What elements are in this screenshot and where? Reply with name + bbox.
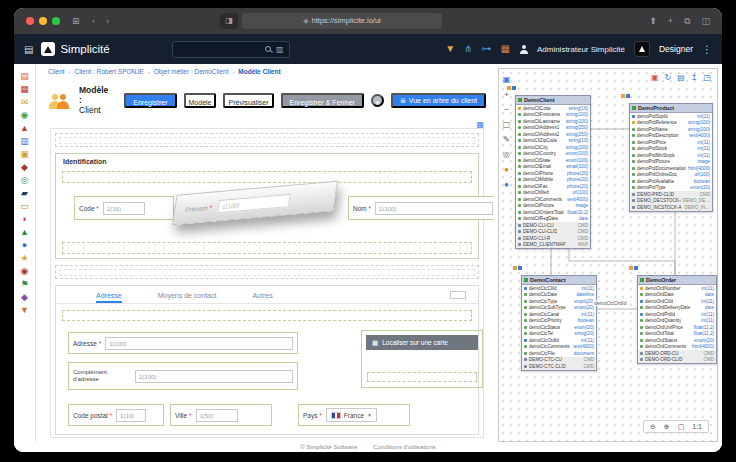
entity-field-row[interactable]: demoCliCommentstext(4000) xyxy=(516,196,590,203)
rail-module-icon[interactable]: ◆ xyxy=(21,293,28,302)
entity-field-row[interactable]: demoPrdReferencestring(100) xyxy=(630,120,712,127)
entity-field-row[interactable]: demoOrdUnitPricefloat(11,2) xyxy=(638,324,716,331)
search-input[interactable] xyxy=(178,45,260,54)
entity-demo-product[interactable]: DemoProduct demoPrdSupIdint(11) demoPrdR… xyxy=(629,103,713,212)
zoom-in-icon[interactable]: ⊕ xyxy=(664,423,670,431)
diagram-tool-icon[interactable]: ▢ xyxy=(503,120,511,129)
rail-module-icon[interactable]: ▣ xyxy=(20,150,29,159)
sitemap-icon[interactable]: ⋔ xyxy=(464,44,472,54)
tree-view-button[interactable]: ≣Vue en arbre du client xyxy=(391,93,486,108)
tab-autres[interactable]: Autres xyxy=(252,292,272,303)
locate-on-map-button[interactable]: ▦ Localiser sur une carte xyxy=(366,335,478,350)
save-close-button[interactable]: Enregistrer & Fermer xyxy=(281,93,364,108)
diagram-tool-icon[interactable]: − xyxy=(504,105,509,114)
apps-grid-icon[interactable]: ▦ xyxy=(500,44,509,54)
diagram-tool-icon[interactable]: ▣ xyxy=(503,75,511,84)
new-tab-icon[interactable]: + xyxy=(668,16,673,26)
entity-field-row[interactable]: demoCliAddress1string(250) xyxy=(516,125,590,132)
brand-logo[interactable]: Simplicité xyxy=(41,42,109,56)
diagram-toolbar-icon[interactable]: ↻ xyxy=(664,73,671,82)
diagram-toolbar-icon[interactable]: ↥ xyxy=(691,73,698,82)
share-graph-icon[interactable]: ⊶ xyxy=(481,44,491,54)
more-options-button[interactable]: ▾ xyxy=(371,94,384,107)
entity-field-row[interactable]: demoOrdQuantityint(11) xyxy=(638,318,716,325)
sidebar-toggle-icon[interactable]: ▤ xyxy=(24,44,33,55)
rail-module-icon[interactable]: ✉ xyxy=(21,98,29,107)
field-code[interactable]: Code * 1(16) xyxy=(74,196,174,220)
zoom-level[interactable]: 1:1 xyxy=(692,423,702,430)
entity-action-row[interactable]: DEMO_INCSTOCK-ADEMO_IN… xyxy=(630,204,712,211)
entity-action-row[interactable]: DEMO_CLIENTMAPMAP xyxy=(516,242,590,249)
empty-field-row[interactable] xyxy=(62,242,472,254)
entity-field-row[interactable]: demoPrdAvailableboolean xyxy=(630,178,712,185)
entity-action-row[interactable]: DEMO-CTC-CLIDCMD xyxy=(522,363,596,370)
rail-module-icon[interactable]: ▲ xyxy=(20,124,29,133)
link-handle-blue[interactable] xyxy=(634,266,638,270)
field-adresse[interactable]: Adresse * 1(100) xyxy=(68,332,298,354)
filter-icon[interactable]: ▼ xyxy=(445,44,455,54)
section-identification[interactable]: Identification Code * 1(16) Prénom * 1(1… xyxy=(55,153,479,259)
rail-module-icon[interactable]: ▲ xyxy=(20,228,29,237)
entity-field-row[interactable]: demoCliPhonephone(20) xyxy=(516,170,590,177)
rail-module-icon[interactable]: ◆ xyxy=(21,163,28,172)
entity-action-row[interactable]: DEMO-CTC-CUCMD xyxy=(522,357,596,364)
tab-overview-icon[interactable]: ⊞ xyxy=(72,8,80,34)
rail-module-icon[interactable]: ▦ xyxy=(20,85,29,94)
link-handle-orange[interactable] xyxy=(629,266,633,270)
entity-field-row[interactable]: demoCliZipCodestring(10) xyxy=(516,138,590,145)
share-icon[interactable]: ⬆ xyxy=(649,16,657,26)
minimize-window-button[interactable] xyxy=(39,17,47,25)
rail-module-icon[interactable]: ◉ xyxy=(21,267,29,276)
entity-field-row[interactable]: demoCliMobilephone(20) xyxy=(516,177,590,184)
entity-field-row[interactable]: demoOrdDeliveryDatedate xyxy=(638,305,716,312)
copy-icon[interactable]: ◫ xyxy=(701,16,710,26)
rail-module-icon[interactable]: ◉ xyxy=(21,111,29,120)
entity-field-row[interactable]: demoCtcCanalint(11) xyxy=(522,311,596,318)
zoom-fit-icon[interactable]: ▢ xyxy=(678,423,685,431)
entity-field-row[interactable]: demoCtcCommentstext(4000) xyxy=(522,344,596,351)
tab-add-zone[interactable] xyxy=(450,291,466,299)
zoom-out-icon[interactable]: ⊖ xyxy=(650,423,656,431)
link-handle-blue[interactable] xyxy=(626,94,630,98)
entity-field-row[interactable]: demoCliLastnamestring(100) xyxy=(516,118,590,125)
diagram-toolbar-icon[interactable]: ▣ xyxy=(651,73,659,82)
entity-field-row[interactable]: demoCliPictureimage xyxy=(516,203,590,210)
breadcrumb-item[interactable]: Client : Robert SPONJE xyxy=(74,68,143,75)
rail-module-icon[interactable]: ⚑ xyxy=(20,280,28,289)
maximize-window-button[interactable] xyxy=(52,17,60,25)
link-handle-orange[interactable] xyxy=(621,94,625,98)
preview-button[interactable]: Prévisualiser xyxy=(223,93,273,108)
rail-module-icon[interactable]: ▥ xyxy=(20,137,29,146)
entity-header[interactable]: DemoClient xyxy=(516,96,590,105)
tabs-overview-icon[interactable]: ⧉ xyxy=(684,16,690,27)
footer-terms-link[interactable]: Conditions d'utilisations xyxy=(373,444,436,450)
kebab-menu-icon[interactable]: ⋮ xyxy=(702,44,712,55)
rail-module-icon[interactable]: ▭ xyxy=(20,202,29,211)
tab-adresse[interactable]: Adresse xyxy=(96,292,122,303)
field-placeholder[interactable]: 1(100) xyxy=(105,337,293,350)
field-placeholder[interactable]: 1(16) xyxy=(103,202,145,215)
user-role[interactable]: Designer xyxy=(659,44,693,54)
avatar[interactable] xyxy=(634,41,650,57)
entity-field-row[interactable]: demoPrdMinStockint(11) xyxy=(630,152,712,159)
pays-select[interactable]: France ▼ xyxy=(326,408,377,422)
close-window-button[interactable] xyxy=(26,17,34,25)
rail-module-icon[interactable]: ▰ xyxy=(21,189,28,198)
entity-field-row[interactable]: demoPrdOnlineDocurl(100) xyxy=(630,172,712,179)
entity-action-row[interactable]: DEMO-CLI-CLIDCMD xyxy=(516,229,590,236)
global-search[interactable]: ▥ xyxy=(172,41,290,58)
entity-field-row[interactable]: demoCliCountryenum(100) xyxy=(516,151,590,158)
entity-field-row[interactable]: demoOrdNumberint(11) xyxy=(638,285,716,292)
map-zone[interactable]: ▦ Localiser sur une carte xyxy=(361,330,483,388)
entity-demo-contact[interactable]: DemoContact demoCtcCliIdint(11) demoCtcD… xyxy=(521,275,597,371)
empty-field-row[interactable] xyxy=(367,372,477,382)
entity-field-row[interactable]: demoCliFirstnamestring(100) xyxy=(516,112,590,119)
empty-template-zone[interactable] xyxy=(55,133,479,147)
entity-action-row[interactable]: DEMO_DECSTOCK-ADEMO_DE… xyxy=(630,198,712,205)
entity-field-row[interactable]: demoPrdDocumentationhtml(4000) xyxy=(630,165,712,172)
forward-icon[interactable]: › xyxy=(106,8,109,34)
link-handle-orange[interactable] xyxy=(513,266,517,270)
field-placeholder[interactable]: 1(50) xyxy=(196,409,238,422)
breadcrumb-item[interactable]: Objet métier : DemoClient xyxy=(154,68,229,75)
entity-action-row[interactable]: DEMO-PRD-CLIDCMD xyxy=(630,191,712,198)
